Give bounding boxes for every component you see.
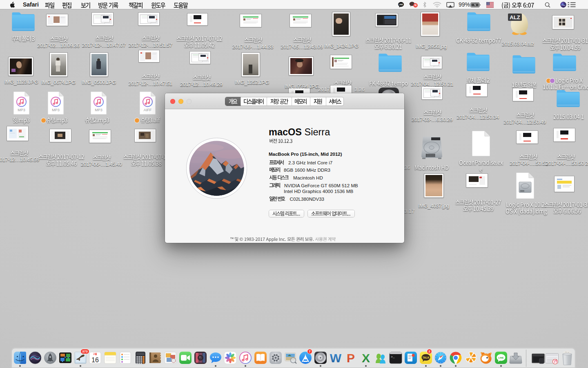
svg-text:LINE: LINE (399, 4, 403, 6)
svg-text:W: W (330, 351, 342, 365)
svg-text:16: 16 (91, 357, 99, 364)
svg-text:MP3: MP3 (95, 108, 102, 112)
svg-text:P: P (347, 351, 355, 365)
svg-text:TALK: TALK (422, 356, 429, 359)
svg-text:X: X (361, 351, 370, 365)
svg-text:MP3: MP3 (52, 108, 60, 112)
svg-text:ALZ: ALZ (510, 14, 520, 20)
svg-text:AIFF: AIFF (144, 108, 152, 112)
svg-text:N: N (414, 4, 416, 7)
svg-text:LINE: LINE (498, 357, 504, 359)
svg-text:MP3: MP3 (18, 108, 25, 112)
svg-text:>_: >_ (391, 355, 395, 359)
